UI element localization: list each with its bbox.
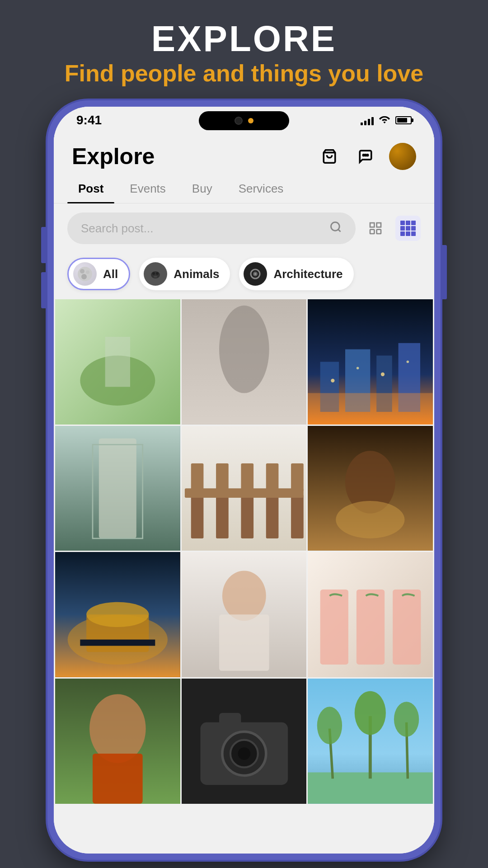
tab-events[interactable]: Events (119, 175, 177, 203)
category-architecture[interactable]: Architecture (239, 258, 353, 290)
svg-point-58 (86, 602, 149, 627)
svg-rect-22 (55, 299, 180, 425)
svg-point-21 (254, 273, 256, 275)
photo-cell-10[interactable] (55, 679, 180, 804)
app-title: Explore (72, 143, 155, 170)
svg-point-16 (156, 272, 159, 275)
svg-point-11 (86, 270, 89, 274)
svg-rect-63 (308, 552, 433, 677)
list-view-toggle[interactable] (363, 216, 388, 241)
photo-grid (54, 299, 434, 804)
page-subtitle: Find people and things you love (65, 60, 423, 87)
svg-point-61 (222, 571, 266, 621)
svg-rect-43 (241, 495, 253, 538)
svg-point-74 (238, 747, 250, 760)
svg-point-1 (363, 155, 364, 156)
power-button[interactable] (442, 245, 447, 299)
svg-point-36 (407, 361, 409, 363)
tab-post[interactable]: Post (67, 175, 114, 203)
svg-rect-57 (86, 615, 149, 652)
svg-point-73 (230, 740, 258, 768)
photo-cell-1[interactable] (55, 299, 180, 425)
svg-rect-77 (308, 773, 433, 804)
category-animals-thumb (144, 262, 167, 286)
svg-point-68 (89, 694, 145, 763)
svg-rect-42 (216, 495, 229, 538)
svg-point-17 (154, 276, 157, 278)
svg-point-33 (331, 379, 335, 382)
photo-cell-3[interactable] (308, 299, 433, 425)
page-title: EXPLORE (65, 18, 423, 60)
svg-rect-31 (399, 343, 420, 412)
svg-rect-70 (182, 679, 307, 804)
svg-point-35 (381, 373, 385, 376)
svg-rect-64 (320, 590, 348, 665)
phone-frame: 9:41 (47, 100, 441, 860)
search-area: Search post... (54, 203, 434, 253)
wifi-icon (379, 114, 390, 126)
phone-screen: 9:41 (54, 107, 434, 854)
svg-rect-66 (393, 590, 421, 665)
svg-rect-7 (370, 230, 374, 234)
tab-buy[interactable]: Buy (181, 175, 223, 203)
avatar[interactable] (389, 143, 416, 170)
front-camera (235, 117, 243, 125)
svg-point-23 (80, 355, 155, 406)
svg-point-10 (80, 269, 84, 274)
app-content: Explore Post Events Buy (54, 134, 434, 854)
category-architecture-thumb (244, 262, 267, 286)
category-animals[interactable]: Animals (139, 258, 230, 290)
svg-point-26 (219, 306, 269, 393)
svg-rect-29 (345, 349, 370, 412)
category-all-thumb (73, 262, 97, 286)
volume-up-button[interactable] (41, 227, 46, 263)
svg-rect-24 (105, 337, 130, 387)
category-all[interactable]: All (67, 258, 130, 290)
photo-cell-12[interactable] (308, 679, 433, 804)
svg-rect-65 (357, 590, 385, 665)
volume-down-button[interactable] (41, 272, 46, 308)
category-filters: All Animals (54, 253, 434, 299)
svg-point-12 (81, 274, 87, 279)
status-bar: 9:41 (54, 107, 434, 134)
svg-rect-8 (377, 230, 381, 234)
svg-point-2 (365, 155, 366, 156)
search-input[interactable]: Search post... (81, 222, 322, 236)
photo-cell-7[interactable] (55, 552, 180, 677)
svg-rect-52 (308, 426, 433, 551)
grid-view-toggle[interactable] (395, 216, 421, 241)
svg-point-83 (394, 702, 419, 736)
signal-icon (361, 115, 374, 125)
svg-rect-48 (216, 463, 229, 491)
svg-rect-40 (182, 426, 307, 551)
svg-rect-38 (99, 438, 136, 538)
svg-point-79 (317, 707, 342, 744)
svg-point-54 (336, 501, 405, 538)
photo-cell-5[interactable] (182, 426, 307, 551)
photo-cell-4[interactable] (55, 426, 180, 551)
photo-cell-11[interactable] (182, 679, 307, 804)
svg-point-3 (367, 155, 368, 156)
search-bar[interactable]: Search post... (67, 212, 356, 244)
svg-rect-75 (219, 713, 241, 726)
photo-cell-9[interactable] (308, 552, 433, 677)
svg-point-34 (357, 367, 359, 369)
svg-rect-30 (376, 355, 392, 411)
search-icon[interactable] (329, 221, 342, 236)
svg-rect-5 (370, 223, 374, 227)
svg-rect-62 (219, 615, 269, 671)
cart-button[interactable] (317, 144, 342, 169)
category-animals-label: Animals (174, 267, 219, 281)
photo-cell-8[interactable] (182, 552, 307, 677)
tab-services[interactable]: Services (228, 175, 295, 203)
svg-point-15 (152, 272, 155, 275)
photo-cell-2[interactable] (182, 299, 307, 425)
svg-rect-6 (377, 223, 381, 227)
svg-rect-55 (55, 552, 180, 677)
svg-line-82 (407, 722, 408, 778)
svg-rect-32 (308, 393, 433, 424)
app-header: Explore (54, 134, 434, 175)
messages-button[interactable] (353, 144, 378, 169)
battery-icon (395, 116, 412, 124)
photo-cell-6[interactable] (308, 426, 433, 551)
